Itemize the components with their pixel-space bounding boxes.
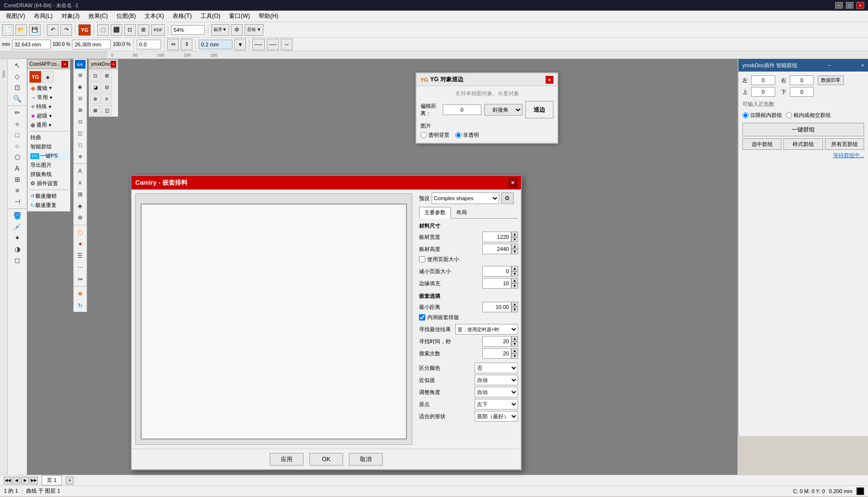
cancel-btn[interactable]: 取消 <box>349 453 383 466</box>
sp-up[interactable]: ▲ <box>511 266 518 271</box>
menu-tools[interactable]: 工具(O) <box>197 11 224 21</box>
color-select[interactable]: 否 <box>475 363 518 373</box>
icon-group6[interactable]: ◫ <box>75 128 86 138</box>
offset-input[interactable] <box>443 104 481 115</box>
border-up[interactable]: ▲ <box>511 278 518 283</box>
export-btn[interactable]: 导出图片 <box>29 161 68 169</box>
angle-select[interactable]: 自动 <box>475 387 518 397</box>
right-input[interactable] <box>790 75 814 85</box>
tool-text[interactable]: A <box>12 163 23 174</box>
tool-fill[interactable]: 🪣 <box>12 210 23 221</box>
icon-b[interactable]: ≡ <box>75 177 86 188</box>
line-style[interactable]: ── <box>252 39 265 50</box>
reset-btn[interactable]: 数据归零 <box>818 75 844 85</box>
min-dist-input[interactable] <box>482 302 511 312</box>
opaque-radio[interactable] <box>455 132 462 138</box>
tool-select[interactable]: ↖ <box>12 60 23 71</box>
tool-table[interactable]: ⊞ <box>12 174 23 185</box>
mirror-h[interactable]: ⇔ <box>167 39 179 50</box>
super-btn[interactable]: ★ 超级 ▼ <box>29 112 68 120</box>
tab-params[interactable]: 主要参数 <box>419 207 451 219</box>
zoom-input[interactable]: 54% <box>171 25 205 35</box>
icon-h[interactable]: ☰ <box>75 250 86 261</box>
y-input[interactable] <box>72 40 111 49</box>
icon-k[interactable]: ❋ <box>75 289 86 299</box>
width-up[interactable]: ▲ <box>511 232 518 237</box>
ymxk-btn6[interactable]: ≡ <box>101 93 112 104</box>
icon-j[interactable]: ≔ <box>75 274 86 284</box>
select2-btn[interactable]: ⬛ <box>111 24 122 36</box>
close-btn[interactable]: × <box>856 2 864 9</box>
tool-eyedrop[interactable]: 💉 <box>12 221 23 232</box>
radio1-label[interactable]: 仅限框内群组 <box>742 112 782 119</box>
icon-group8[interactable]: ⊕ <box>75 151 86 161</box>
ymxk-btn8[interactable]: ◫ <box>101 105 112 116</box>
settings-btn[interactable]: ⚙ <box>231 24 243 36</box>
icon-group2[interactable]: ◉ <box>75 81 86 92</box>
icon-l[interactable]: ↻ <box>75 300 86 311</box>
open-btn[interactable]: 📂 <box>15 24 27 36</box>
width-input[interactable] <box>482 232 511 242</box>
ymxk-btn5[interactable]: ⊛ <box>90 93 101 104</box>
icon-e[interactable]: ⊛ <box>75 212 86 223</box>
trace-btn[interactable]: 巡边 <box>525 101 553 118</box>
approx-select[interactable]: 自动 <box>475 375 518 385</box>
border-input[interactable] <box>482 278 511 289</box>
menu-effects[interactable]: 效果(C) <box>85 11 112 21</box>
smart-close[interactable]: × <box>861 62 864 68</box>
ymxk-btn2[interactable]: ⊞ <box>101 70 112 81</box>
transparent-radio[interactable] <box>420 132 427 138</box>
ok-btn[interactable]: OK <box>309 453 343 466</box>
select-group-btn[interactable]: 选中群组 <box>742 138 781 150</box>
tool-smart[interactable]: ⟡ <box>12 118 23 129</box>
line-end2[interactable]: ─ <box>281 39 292 50</box>
tool-connector[interactable]: ⊣ <box>12 196 23 207</box>
tool-polygon[interactable]: ⬡ <box>12 152 23 162</box>
tool-shadow[interactable]: ◑ <box>12 244 23 254</box>
magic-btn[interactable]: ◈ 魔镜 ▼ <box>29 84 68 92</box>
print-btn[interactable]: 拼版角线 <box>29 170 68 178</box>
tool-rect[interactable]: □ <box>12 130 23 140</box>
x-input[interactable] <box>12 40 51 49</box>
icon-a[interactable]: Α <box>75 166 86 176</box>
radio2[interactable] <box>786 112 792 118</box>
menu-object[interactable]: 对象(J) <box>58 11 84 21</box>
border-down[interactable]: ▼ <box>511 283 518 289</box>
preset-settings-btn[interactable]: ⚙ <box>501 192 514 204</box>
redo-fast-btn[interactable]: ↻ 极速重复 <box>29 201 68 209</box>
icon-c[interactable]: ⊞ <box>75 189 86 200</box>
select4-btn[interactable]: ⊞ <box>138 24 149 36</box>
yg-close[interactable]: × <box>546 76 553 84</box>
page-tab-1[interactable]: 页 1 <box>42 475 62 485</box>
preset-select[interactable]: Complex shapes <box>432 192 499 204</box>
md-up[interactable]: ▲ <box>511 302 518 307</box>
apply-btn[interactable]: 应用 <box>270 453 304 466</box>
icon-group7[interactable]: ◻ <box>75 139 86 150</box>
corel-close[interactable]: × <box>61 61 68 68</box>
tab-layout[interactable]: 布局 <box>451 207 472 218</box>
dialog-close-btn[interactable]: × <box>508 178 517 187</box>
ymxk-header[interactable]: ymxkDoc × <box>89 59 118 69</box>
transparent-label[interactable]: 透明背景 <box>420 132 449 139</box>
page-prev[interactable]: ◀ <box>13 477 20 484</box>
transform-btn[interactable]: 转曲 <box>29 133 68 142</box>
plugin-btn[interactable]: ⚙ 插件设置 <box>29 179 68 188</box>
st-up[interactable]: ▲ <box>511 336 518 341</box>
md-down[interactable]: ▼ <box>511 307 518 312</box>
best-result-select[interactable]: 是，使用定时器+时 <box>455 324 518 335</box>
tool-ellipse[interactable]: ○ <box>12 141 23 151</box>
search-count-input[interactable] <box>482 348 511 359</box>
opaque-label[interactable]: 非透明 <box>455 132 479 139</box>
magic-icon[interactable]: ◈ <box>42 71 54 83</box>
menu-layout[interactable]: 布局(L) <box>30 11 57 21</box>
undo-fast-btn[interactable]: ↺ 极速撤销 <box>29 192 68 200</box>
menu-table[interactable]: 表格(T) <box>169 11 195 21</box>
origin-select[interactable]: 左下 <box>475 399 518 409</box>
tool-zoom[interactable]: 🔍 <box>12 93 23 104</box>
height-down[interactable]: ▼ <box>511 249 518 254</box>
special-btn[interactable]: ✧ 特殊 ▼ <box>29 102 68 111</box>
tool-freehand[interactable]: ✏ <box>12 107 23 118</box>
radio1[interactable] <box>742 112 749 118</box>
ymxk-close[interactable]: × <box>111 61 116 68</box>
use-page-check[interactable] <box>419 256 425 263</box>
